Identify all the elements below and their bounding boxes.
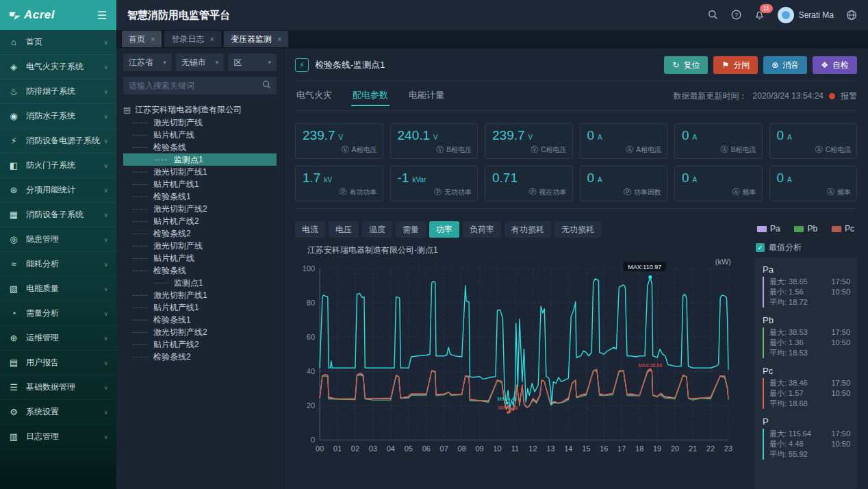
metric-value: -1kVar bbox=[398, 171, 471, 186]
reset-button[interactable]: ↻复位 bbox=[664, 56, 708, 74]
sidebar-item-label: 系统设置 bbox=[26, 406, 103, 418]
close-icon[interactable]: × bbox=[151, 35, 155, 43]
chevron-down-icon: ∨ bbox=[103, 409, 108, 416]
user-menu[interactable]: Serati Ma bbox=[778, 7, 834, 23]
sidebar-item-ops-management[interactable]: ⊕运维管理∨ bbox=[0, 326, 116, 351]
tree-search-input[interactable] bbox=[129, 81, 262, 90]
self-check-button[interactable]: ❖自检 bbox=[813, 56, 857, 74]
tab-配电参数[interactable]: 配电参数 bbox=[351, 86, 390, 106]
legend-Pc[interactable]: Pc bbox=[832, 224, 854, 234]
tree-node[interactable]: 监测点1 bbox=[123, 153, 277, 166]
tree-node[interactable]: 贴片机产线1 bbox=[123, 301, 277, 314]
metric-unit: kV bbox=[324, 176, 332, 184]
metric-label: ⓋC相电压 bbox=[531, 145, 566, 155]
tree-node[interactable]: 贴片机产线2 bbox=[123, 338, 277, 351]
sidebar-item-fire-door[interactable]: ◧防火门子系统∨ bbox=[0, 153, 116, 178]
sidebar-item-electrical-fire[interactable]: ◈电气火灾子系统∨ bbox=[0, 55, 116, 79]
tree-node[interactable]: 贴片机产线 bbox=[123, 252, 277, 264]
chip-无功损耗[interactable]: 无功损耗 bbox=[554, 221, 601, 238]
search-icon[interactable] bbox=[262, 79, 271, 92]
legend-Pb[interactable]: Pb bbox=[794, 224, 817, 234]
sidebar-item-fire-water[interactable]: ◉消防水子系统∨ bbox=[0, 104, 116, 129]
tree-node[interactable]: 激光切割产线1 bbox=[123, 289, 277, 301]
main-content: ⚡ 检验条线-监测点1 ↻复位⚑分闸⊗消音❖自检 电气火灾配电参数电能计量 数据… bbox=[284, 48, 868, 489]
district-select[interactable]: 区 ▾ bbox=[228, 53, 277, 71]
sidebar-item-fire-equipment[interactable]: ▦消防设备子系统∨ bbox=[0, 203, 116, 227]
metric-label: ⒶA相电流 bbox=[626, 145, 661, 155]
close-icon[interactable]: × bbox=[209, 35, 214, 43]
chip-功率[interactable]: 功率 bbox=[429, 221, 459, 238]
sidebar-item-home[interactable]: ⌂首页∨ bbox=[0, 30, 116, 55]
tab-电能计量[interactable]: 电能计量 bbox=[407, 86, 446, 106]
tree-node[interactable]: 检验条线 bbox=[123, 264, 277, 277]
sidebar-item-energy-subitem[interactable]: ⊛分项用能统计∨ bbox=[0, 178, 116, 203]
window-tab[interactable]: 变压器监测× bbox=[224, 31, 288, 47]
series-line-Pb bbox=[320, 371, 728, 413]
province-select[interactable]: 江苏省 ▾ bbox=[123, 53, 172, 71]
stat-time: 17:50 bbox=[831, 277, 850, 287]
chip-电压[interactable]: 电压 bbox=[329, 221, 359, 238]
stat-body: 最大: 38.5317:50最小: 1.3610:50平均: 18.53 bbox=[763, 327, 850, 358]
metric-label-text: 频率 bbox=[837, 188, 851, 197]
window-tab[interactable]: 登录日志× bbox=[164, 31, 220, 47]
tree-node[interactable]: 贴片机产线 bbox=[123, 129, 277, 141]
tree-node-label: 监测点1 bbox=[174, 154, 203, 166]
tree-node[interactable]: 激光切割产线 bbox=[123, 240, 277, 252]
main-column: 智慧消防用电监管平台 ? 11 Serati Ma bbox=[116, 0, 868, 489]
line-chart[interactable]: 0204060801000001020304050607080910111213… bbox=[295, 256, 748, 489]
metric-label-text: B相电流 bbox=[731, 145, 756, 155]
tree-node[interactable]: 监测点1 bbox=[123, 277, 277, 289]
tree-node[interactable]: 激光切割产线2 bbox=[123, 203, 277, 215]
legend-Pa[interactable]: Pa bbox=[757, 224, 780, 234]
stat-line: 最小: 4.4810:50 bbox=[769, 439, 850, 449]
sidebar-item-fire-power-supply[interactable]: ⚡消防设备电源子系统∨ bbox=[0, 129, 116, 153]
tree-node[interactable]: 贴片机产线1 bbox=[123, 178, 277, 190]
close-icon[interactable]: × bbox=[277, 35, 281, 43]
tree-node[interactable]: 检验条线2 bbox=[123, 227, 277, 240]
notification-bell-icon[interactable]: 11 bbox=[754, 10, 765, 21]
chip-电流[interactable]: 电流 bbox=[295, 221, 325, 238]
city-select[interactable]: 无锡市 ▾ bbox=[176, 53, 225, 71]
metric-label-text: 无功功率 bbox=[444, 188, 472, 197]
open-switch-button[interactable]: ⚑分闸 bbox=[713, 56, 758, 74]
legend-label: Pb bbox=[807, 224, 817, 234]
hamburger-menu-icon[interactable]: ☰ bbox=[97, 9, 107, 22]
search-icon[interactable] bbox=[708, 10, 719, 21]
tab-电气火灾[interactable]: 电气火灾 bbox=[295, 86, 333, 106]
sidebar-item-demand-analysis[interactable]: ◔需量分析∨ bbox=[0, 301, 116, 326]
sidebar-item-energy-analysis[interactable]: ≈能耗分析∨ bbox=[0, 252, 116, 277]
chip-负荷率[interactable]: 负荷率 bbox=[463, 221, 501, 238]
tree-company-node[interactable]: ▤ 江苏安科瑞电器制造有限公司 bbox=[123, 103, 277, 116]
sidebar-item-log-management[interactable]: ▥日志管理∨ bbox=[0, 425, 116, 449]
sidebar-logo-bar: Acrel ☰ bbox=[0, 0, 116, 30]
tree-node[interactable]: 检验条线 bbox=[123, 141, 277, 153]
max-analysis-toggle[interactable]: ✓ 最值分析 bbox=[756, 242, 857, 253]
tree-node[interactable]: 激光切割产线1 bbox=[123, 166, 277, 178]
sidebar-item-power-quality[interactable]: ▧电能质量∨ bbox=[0, 277, 116, 301]
metric-label-text: A相电压 bbox=[352, 145, 377, 155]
sidebar-item-hidden-danger[interactable]: ◎隐患管理∨ bbox=[0, 227, 116, 252]
metric-label-text: 频率 bbox=[743, 188, 756, 197]
tree-node[interactable]: 激光切割产线2 bbox=[123, 326, 277, 338]
tree-node[interactable]: 检验条线2 bbox=[123, 351, 277, 363]
sidebar-item-system-settings[interactable]: ⚙系统设置∨ bbox=[0, 400, 116, 425]
legend-swatch-Pa bbox=[757, 226, 767, 232]
metric-value: 0A bbox=[777, 171, 850, 186]
circled-letter-icon: Ⓐ bbox=[626, 145, 633, 155]
help-icon[interactable]: ? bbox=[731, 10, 742, 21]
svg-text:100: 100 bbox=[303, 264, 315, 273]
mute-button[interactable]: ⊗消音 bbox=[763, 56, 807, 74]
checkbox-checked-icon[interactable]: ✓ bbox=[756, 243, 765, 252]
language-globe-icon[interactable] bbox=[846, 10, 857, 21]
sidebar-item-user-report[interactable]: ▤用户报告∨ bbox=[0, 351, 116, 375]
tree-node[interactable]: 贴片机产线2 bbox=[123, 215, 277, 227]
chip-需量[interactable]: 需量 bbox=[396, 221, 426, 238]
tree-node[interactable]: 激光切割产线 bbox=[123, 116, 277, 129]
sidebar-item-smoke-control[interactable]: ♨防排烟子系统∨ bbox=[0, 79, 116, 104]
window-tab[interactable]: 首页× bbox=[122, 31, 162, 47]
chip-有功损耗[interactable]: 有功损耗 bbox=[505, 221, 551, 238]
chip-温度[interactable]: 温度 bbox=[362, 221, 392, 238]
tree-node[interactable]: 检验条线1 bbox=[123, 190, 277, 203]
tree-node[interactable]: 检验条线1 bbox=[123, 314, 277, 326]
sidebar-item-base-data[interactable]: ☰基础数据管理∨ bbox=[0, 375, 116, 400]
